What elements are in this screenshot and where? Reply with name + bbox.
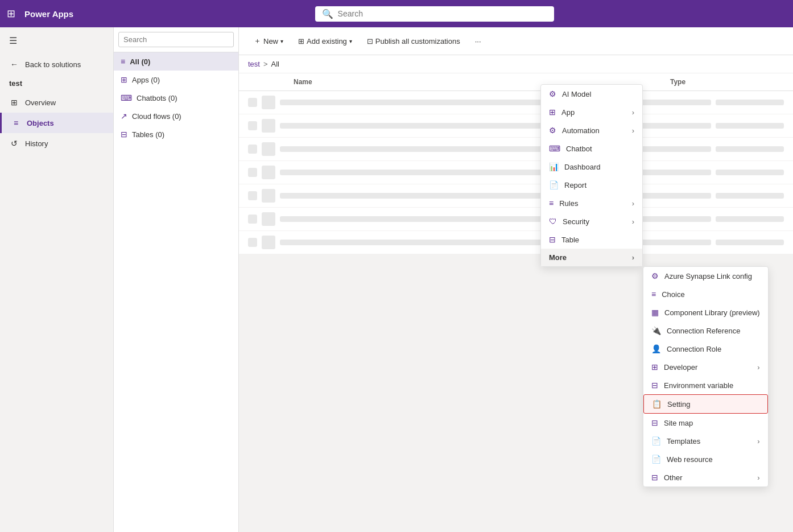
back-to-solutions[interactable]: ← Back to solutions [0,54,113,75]
connection-reference-icon: 🔌 [651,326,661,335]
drop-item-choice[interactable]: ≡ Choice [643,285,768,303]
list-item-apps[interactable]: ⊞ Apps (0) [114,71,238,89]
table-icon: ⊟ [549,235,556,244]
overview-icon: ⊞ [9,98,19,107]
overview-label: Overview [25,98,56,107]
azure-synapse-icon: ⚙ [651,271,659,281]
drop-item-automation[interactable]: ⚙ Automation › [541,121,642,139]
cloudflows-label: Cloud flows (0) [132,112,181,121]
table-row [239,91,793,114]
rules-icon: ≡ [549,199,554,208]
sidebar-item-overview[interactable]: ⊞ Overview [0,92,113,113]
all-label: All (0) [130,57,150,66]
all-icon: ≡ [121,57,125,66]
templates-icon: 📄 [651,436,661,446]
app-title: Power Apps [24,9,73,19]
connection-reference-label: Connection Reference [667,327,760,335]
breadcrumb-root[interactable]: test [248,60,260,68]
list-item-cloudflows[interactable]: ↗ Cloud flows (0) [114,107,238,125]
content-panel: ≡ All (0) ⊞ Apps (0) ⌨ Chatbots (0) ↗ Cl… [114,27,793,532]
list-item-chatbots[interactable]: ⌨ Chatbots (0) [114,89,238,107]
more-label: More [549,253,632,262]
hamburger-button[interactable]: ☰ [0,27,113,54]
app-arrow-icon: › [632,108,634,117]
sidebar-item-history[interactable]: ↺ History [0,133,113,154]
drop-item-dashboard[interactable]: 📊 Dashboard [541,158,642,176]
chatbots-label: Chatbots (0) [137,94,177,102]
dropdown-more: ⚙ Azure Synapse Link config ≡ Choice ▦ C… [643,266,769,487]
drop-item-web-resource[interactable]: 📄 Web resource [643,450,768,468]
drop-item-site-map[interactable]: ⊟ Site map [643,414,768,432]
plus-icon: ＋ [254,36,261,46]
chatbots-icon: ⌨ [121,93,132,102]
environment-variable-icon: ⊟ [651,381,658,390]
ai-model-label: AI Model [562,90,634,98]
environment-variable-label: Environment variable [664,381,760,390]
publish-label: Publish all customizations [375,37,460,46]
security-icon: 🛡 [549,217,557,226]
more-toolbar-button[interactable]: ··· [469,34,487,48]
project-name: test [0,75,113,92]
list-item-all[interactable]: ≡ All (0) [114,52,238,71]
apps-label: Apps (0) [132,76,160,84]
history-icon: ↺ [9,139,19,148]
drop-item-setting[interactable]: 📋 Setting [643,394,768,414]
developer-label: Developer [664,363,757,372]
dashboard-label: Dashboard [564,163,634,171]
back-label: Back to solutions [25,60,81,69]
breadcrumb: test > All [239,55,793,73]
table-row [239,208,793,231]
templates-label: Templates [667,437,757,446]
objects-label: Objects [27,119,54,127]
drop-item-report[interactable]: 📄 Report [541,176,642,194]
search-icon: 🔍 [322,9,333,19]
sidebar-item-objects[interactable]: ≡ Objects [0,113,113,133]
table-row [239,184,793,208]
azure-synapse-label: Azure Synapse Link config [664,272,760,281]
new-chevron-icon: ▾ [280,38,283,44]
drop-item-environment-variable[interactable]: ⊟ Environment variable [643,376,768,394]
list-search-input[interactable] [118,32,234,47]
list-search-container[interactable] [114,27,238,52]
more-arrow-icon: › [632,253,634,262]
waffle-icon[interactable]: ⊞ [7,7,15,20]
templates-arrow-icon: › [757,437,759,446]
tables-icon: ⊟ [121,130,127,139]
publish-button[interactable]: ⊡ Publish all customizations [361,34,466,48]
drop-item-developer[interactable]: ⊞ Developer › [643,358,768,376]
drop-item-templates[interactable]: 📄 Templates › [643,432,768,450]
choice-icon: ≡ [651,290,656,299]
drop-item-ai-model[interactable]: ⚙ AI Model [541,85,642,103]
list-item-tables[interactable]: ⊟ Tables (0) [114,125,238,143]
table-label: Table [561,236,634,244]
component-library-label: Component Library (preview) [664,308,760,317]
drop-item-other[interactable]: ⊟ Other › [643,468,768,486]
drop-item-security[interactable]: 🛡 Security › [541,212,642,230]
add-existing-button[interactable]: ⊞ Add existing ▾ [292,34,358,48]
history-label: History [25,139,48,148]
chatbot-label: Chatbot [566,145,634,153]
new-button[interactable]: ＋ New ▾ [248,33,289,49]
other-icon: ⊟ [651,473,658,482]
component-library-icon: ▦ [651,308,659,317]
drop-item-component-library[interactable]: ▦ Component Library (preview) [643,303,768,321]
new-label: New [263,37,278,46]
drop-item-azure-synapse[interactable]: ⚙ Azure Synapse Link config [643,267,768,285]
drop-item-app[interactable]: ⊞ App › [541,103,642,121]
report-label: Report [564,181,634,189]
global-search-bar[interactable]: 🔍 [315,6,554,22]
global-search-input[interactable] [338,9,547,18]
drop-item-rules[interactable]: ≡ Rules › [541,194,642,212]
drop-item-more[interactable]: More › [541,249,642,266]
drop-item-chatbot[interactable]: ⌨ Chatbot [541,139,642,158]
app-label: App [561,108,632,117]
cloudflows-icon: ↗ [121,112,127,121]
drop-item-connection-role[interactable]: 👤 Connection Role [643,340,768,358]
report-icon: 📄 [549,180,559,189]
drop-item-connection-reference[interactable]: 🔌 Connection Reference [643,321,768,340]
top-nav: ⊞ Power Apps 🔍 [0,0,793,27]
main-content-wrapper: ＋ New ▾ ⊞ Add existing ▾ ⊡ Publish all c… [239,27,793,532]
publish-icon: ⊡ [367,37,373,46]
add-existing-icon: ⊞ [298,37,304,46]
drop-item-table[interactable]: ⊟ Table [541,230,642,249]
